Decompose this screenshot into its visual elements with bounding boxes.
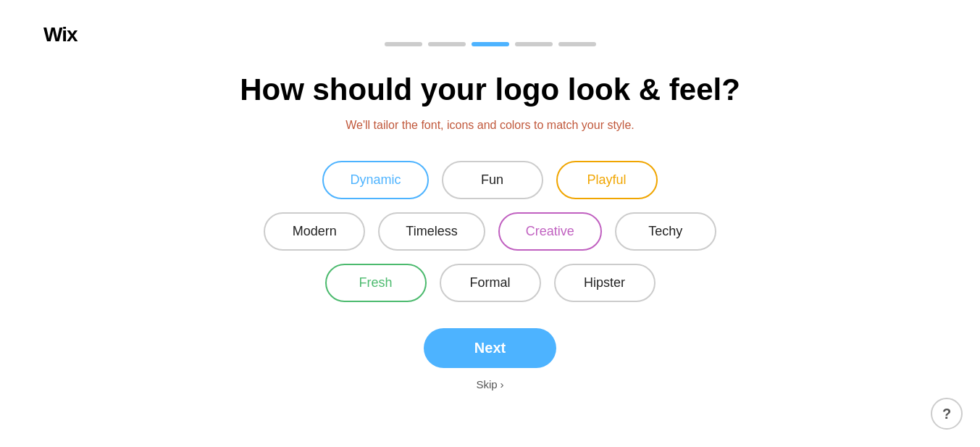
option-fun[interactable]: Fun: [442, 161, 543, 199]
options-row-3: Fresh Formal Hipster: [325, 264, 656, 302]
logo[interactable]: Wix: [43, 23, 78, 46]
help-button[interactable]: ?: [931, 398, 963, 430]
next-button[interactable]: Next: [424, 328, 556, 368]
option-techy[interactable]: Techy: [615, 212, 716, 251]
page-heading: How should your logo look & feel?: [240, 72, 740, 107]
skip-link[interactable]: Skip ›: [476, 378, 503, 390]
progress-segment-4: [515, 42, 553, 46]
progress-segment-1: [385, 42, 422, 46]
option-dynamic[interactable]: Dynamic: [322, 161, 428, 199]
option-modern[interactable]: Modern: [264, 212, 365, 251]
page-subtitle: We'll tailor the font, icons and colors …: [345, 119, 635, 132]
options-container: Dynamic Fun Playful Modern Timeless Crea…: [264, 161, 716, 302]
skip-label: Skip: [476, 378, 497, 390]
option-timeless[interactable]: Timeless: [378, 212, 485, 251]
progress-bar: [385, 42, 596, 46]
option-fresh[interactable]: Fresh: [325, 264, 427, 302]
option-hipster[interactable]: Hipster: [554, 264, 656, 302]
option-creative[interactable]: Creative: [498, 212, 602, 251]
progress-segment-5: [558, 42, 596, 46]
chevron-right-icon: ›: [501, 378, 504, 390]
options-row-1: Dynamic Fun Playful: [322, 161, 657, 199]
progress-segment-3: [472, 42, 509, 46]
option-formal[interactable]: Formal: [440, 264, 541, 302]
option-playful[interactable]: Playful: [556, 161, 658, 199]
progress-segment-2: [428, 42, 466, 46]
main-content: How should your logo look & feel? We'll …: [201, 72, 780, 390]
options-row-2: Modern Timeless Creative Techy: [264, 212, 716, 251]
